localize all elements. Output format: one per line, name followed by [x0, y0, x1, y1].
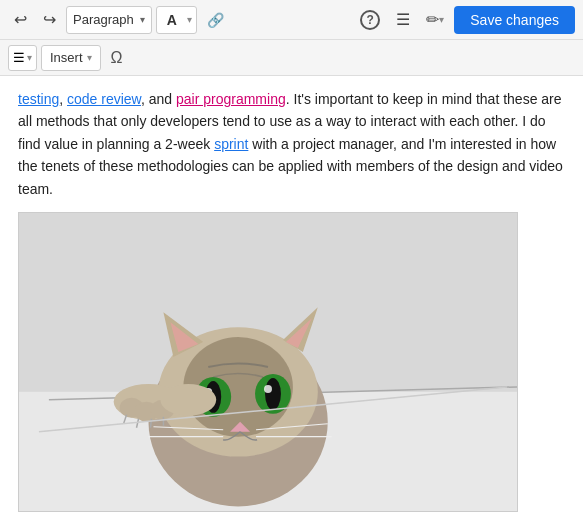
- font-format-chevron: ▾: [187, 14, 192, 25]
- paragraph-label: Paragraph: [73, 12, 134, 27]
- save-changes-button[interactable]: Save changes: [454, 6, 575, 34]
- editor-image: [18, 212, 518, 512]
- edit-icon: ✏: [426, 10, 439, 29]
- redo-button[interactable]: [37, 6, 62, 33]
- help-icon: ?: [360, 10, 380, 30]
- edit-button[interactable]: ✏ ▾: [420, 6, 450, 33]
- insert-chevron-icon: ▾: [87, 52, 92, 63]
- redo-icon: [43, 10, 56, 29]
- chevron-down-icon: ▾: [140, 14, 145, 25]
- font-format-button[interactable]: A: [161, 8, 183, 32]
- list-button[interactable]: ☰ ▾: [8, 45, 37, 71]
- paragraph-select[interactable]: Paragraph ▾: [66, 6, 152, 34]
- link-button[interactable]: 🔗: [201, 8, 230, 32]
- toolbar-second: ☰ ▾ Insert ▾ Ω: [0, 40, 583, 76]
- svg-point-13: [265, 378, 281, 410]
- insert-button[interactable]: Insert ▾: [41, 45, 101, 71]
- svg-point-15: [264, 385, 272, 393]
- font-format-icon: A: [167, 12, 177, 28]
- help-button[interactable]: ?: [354, 6, 386, 34]
- list-icon: ☰: [13, 50, 25, 65]
- omega-button[interactable]: Ω: [105, 45, 129, 71]
- link-testing[interactable]: testing: [18, 91, 59, 107]
- svg-line-27: [150, 419, 151, 428]
- list-chevron-icon: ▾: [27, 52, 32, 63]
- link-code-review[interactable]: code review: [67, 91, 141, 107]
- omega-icon: Ω: [111, 49, 123, 66]
- toolbar-top: Paragraph ▾ A ▾ 🔗 ? ☰ ✏ ▾ Save changes: [0, 0, 583, 40]
- insert-label: Insert: [50, 50, 83, 65]
- font-format-group: A ▾: [156, 6, 197, 34]
- menu-icon: ☰: [396, 10, 410, 29]
- link-pair-programming[interactable]: pair programming: [176, 91, 286, 107]
- content-area: testing, code review, and pair programmi…: [0, 76, 583, 521]
- edit-chevron-icon: ▾: [439, 14, 444, 25]
- svg-point-30: [160, 384, 216, 416]
- link-icon: 🔗: [207, 12, 224, 28]
- menu-button[interactable]: ☰: [390, 6, 416, 33]
- undo-icon: [14, 10, 27, 29]
- cat-illustration: [19, 212, 517, 512]
- undo-button[interactable]: [8, 6, 33, 33]
- link-sprint[interactable]: sprint: [214, 136, 248, 152]
- content-paragraph: testing, code review, and pair programmi…: [18, 88, 565, 200]
